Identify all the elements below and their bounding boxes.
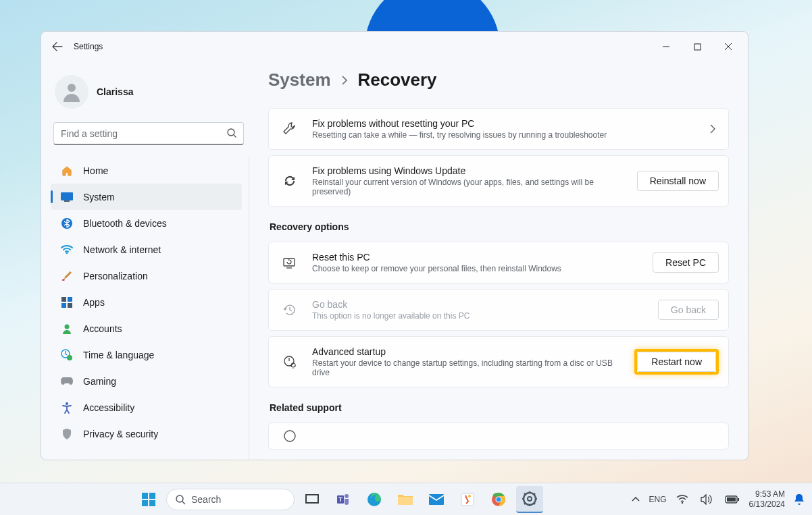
sidebar-item-home[interactable]: Home: [51, 157, 242, 184]
sidebar-item-label: Time & language: [83, 350, 154, 360]
reinstall-now-button[interactable]: Reinstall now: [637, 171, 719, 191]
system-icon: [60, 190, 74, 204]
svg-rect-4: [64, 200, 70, 202]
mail-icon: [428, 493, 445, 506]
tray-battery[interactable]: [722, 486, 742, 513]
sidebar-item-system[interactable]: System: [51, 184, 242, 210]
svg-rect-20: [149, 493, 155, 499]
minimize-button[interactable]: [651, 36, 682, 57]
card-advanced-startup: Advanced startup Restart your device to …: [268, 336, 729, 387]
search-box[interactable]: [53, 122, 244, 145]
svg-rect-0: [694, 44, 701, 50]
sidebar-item-accounts[interactable]: Accounts: [51, 315, 242, 342]
card-reset-pc: Reset this PC Choose to keep or remove y…: [268, 242, 729, 283]
system-tray: ENG 9:53 AM 6/13/2024: [629, 483, 807, 515]
reset-pc-button[interactable]: Reset PC: [653, 252, 719, 273]
sidebar-item-label: Accounts: [83, 323, 122, 334]
nav-list: Home System Bluetooth & devices Network …: [48, 157, 249, 460]
close-button[interactable]: [713, 36, 744, 57]
svg-rect-41: [727, 497, 736, 502]
sidebar-item-label: Apps: [83, 297, 105, 308]
taskbar-app-teams[interactable]: T: [330, 486, 357, 513]
svg-point-28: [345, 494, 349, 498]
svg-point-39: [681, 502, 682, 503]
svg-point-23: [176, 495, 183, 502]
sidebar-item-label: Gaming: [83, 376, 116, 387]
brush-icon: [60, 269, 74, 283]
card-title: Fix problems without resetting your PC: [312, 118, 696, 129]
taskbar-app-settings[interactable]: [516, 486, 543, 513]
search-icon: [175, 494, 186, 505]
card-subtitle: This option is no longer available on th…: [312, 311, 647, 321]
breadcrumb-parent[interactable]: System: [268, 70, 331, 90]
accessibility-icon: [60, 401, 74, 414]
home-icon: [60, 164, 74, 178]
sidebar-item-label: System: [83, 192, 115, 202]
sidebar-item-time[interactable]: Time & language: [51, 342, 242, 368]
taskbar-search[interactable]: Search: [166, 489, 295, 510]
start-button[interactable]: [135, 486, 162, 513]
svg-point-18: [284, 431, 295, 441]
gear-icon: [522, 491, 537, 506]
search-input[interactable]: [53, 122, 244, 145]
user-name: Clarissa: [97, 86, 133, 97]
settings-window: Settings Clarissa: [41, 31, 748, 460]
avatar: [55, 75, 88, 109]
wrench-icon: [281, 120, 299, 138]
svg-point-38: [528, 497, 532, 501]
taskbar-app-edge[interactable]: [361, 486, 388, 513]
close-icon: [724, 43, 732, 51]
history-icon: [281, 301, 299, 319]
sidebar-item-network[interactable]: Network & internet: [51, 236, 242, 263]
power-gear-icon: [281, 353, 299, 371]
tray-volume[interactable]: [698, 486, 715, 513]
search-icon: [226, 128, 237, 138]
teams-icon: T: [336, 492, 351, 507]
sidebar-item-accessibility[interactable]: Accessibility: [51, 394, 242, 421]
taskbar: Search T ENG: [0, 483, 812, 515]
clock[interactable]: 9:53 AM 6/13/2024: [749, 489, 785, 509]
section-related-support: Related support: [270, 402, 729, 413]
sidebar-item-gaming[interactable]: Gaming: [51, 368, 242, 394]
taskbar-app-mail[interactable]: [423, 486, 450, 513]
back-button[interactable]: [45, 34, 70, 59]
restart-now-button[interactable]: Restart now: [637, 352, 716, 372]
sidebar: Clarissa Home System Blu: [41, 61, 249, 460]
language-indicator[interactable]: ENG: [649, 495, 667, 504]
svg-point-13: [67, 355, 72, 360]
reset-icon: [281, 254, 299, 271]
taskbar-app-chrome[interactable]: [485, 486, 512, 513]
taskbar-app-taskview[interactable]: [299, 486, 326, 513]
main-content: System Recovery Fix problems without res…: [249, 61, 748, 460]
card-title: Advanced startup: [312, 346, 624, 357]
chevron-right-icon: [707, 124, 719, 134]
svg-point-36: [497, 497, 501, 502]
go-back-button: Go back: [658, 300, 719, 320]
taskbar-app-explorer[interactable]: [392, 486, 419, 513]
sidebar-item-privacy[interactable]: Privacy & security: [51, 421, 242, 447]
bluetooth-icon: [60, 217, 74, 230]
sidebar-item-label: Home: [83, 165, 108, 176]
card-subtitle: Resetting can take a while — first, try …: [312, 130, 696, 140]
taskbar-app-generic1[interactable]: [454, 486, 481, 513]
notifications-button[interactable]: [792, 486, 807, 513]
sidebar-item-apps[interactable]: Apps: [51, 289, 242, 315]
tray-wifi[interactable]: [674, 486, 691, 513]
sidebar-item-label: Network & internet: [83, 244, 161, 255]
sync-icon: [281, 172, 299, 190]
card-troubleshoot[interactable]: Fix problems without resetting your PC R…: [268, 108, 729, 150]
highlight-annotation: Restart now: [634, 349, 719, 375]
clock-date: 6/13/2024: [749, 499, 785, 509]
card-title: Go back: [312, 299, 647, 310]
card-related-support[interactable]: [268, 423, 729, 450]
svg-rect-7: [61, 297, 66, 302]
battery-icon: [725, 495, 740, 504]
taskview-icon: [305, 493, 320, 506]
sidebar-item-bluetooth[interactable]: Bluetooth & devices: [51, 210, 242, 236]
edge-icon: [367, 492, 382, 507]
tray-overflow-button[interactable]: [629, 486, 642, 513]
user-account-row[interactable]: Clarissa: [48, 72, 249, 122]
maximize-button[interactable]: [682, 36, 713, 57]
svg-point-33: [468, 495, 471, 497]
sidebar-item-personalization[interactable]: Personalization: [51, 263, 242, 289]
